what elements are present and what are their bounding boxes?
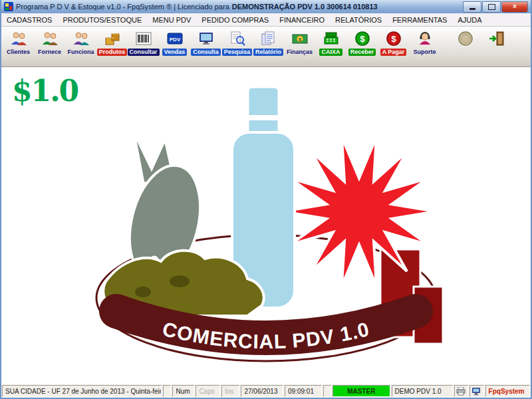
menu-bar: CADASTROS PRODUTOS/ESTOQUE MENU PDV PEDI… — [1, 13, 531, 27]
minimize-button[interactable] — [463, 1, 481, 13]
toolbar-exit-button[interactable] — [481, 27, 512, 63]
status-location: SUA CIDADE - UF 27 de Junho de 2013 - Qu… — [2, 385, 162, 397]
toolbar-caixa-button[interactable]: CAIXA — [315, 27, 346, 63]
status-brand: FpqSystem — [485, 385, 530, 397]
window-title-license: DEMONSTRAÇÃO PDV 1.0 300614 010813 — [232, 3, 378, 11]
suppliers-people-icon — [41, 30, 59, 47]
toolbar-produtos-button[interactable]: Produtos — [96, 27, 128, 63]
menu-relatorios[interactable]: RELATÓRIOS — [330, 15, 387, 25]
svg-text:$: $ — [360, 34, 365, 44]
toolbar-suporte-label: Suporte — [411, 49, 438, 56]
monitor-icon — [198, 30, 215, 47]
printer-icon — [456, 387, 466, 396]
search-doc-icon — [229, 30, 246, 47]
finance-money-icon: $ — [291, 30, 309, 47]
status-spacer-1 — [163, 385, 171, 397]
maximize-button[interactable] — [482, 1, 501, 13]
menu-ferramentas[interactable]: FERRAMENTAS — [387, 15, 452, 25]
status-num-lock: Num — [172, 385, 194, 397]
toolbar: Clientes Fornece Funciona Produtos — [1, 27, 531, 67]
toolbar-pdv-vendas-button[interactable]: PDV Vendas — [159, 27, 190, 63]
toolbar-pesquisa-button[interactable]: Pesquisa — [221, 27, 253, 63]
status-app-name: DEMO PDV 1.0 — [392, 385, 453, 397]
status-computer-segment[interactable] — [469, 385, 483, 397]
toolbar-vendas-label: Vendas — [162, 49, 188, 56]
toolbar-receber-button[interactable]: $ Receber — [346, 27, 378, 63]
status-bar: SUA CIDADE - UF 27 de Junho de 2013 - Qu… — [1, 384, 531, 398]
toolbar-funciona-label: Funciona — [66, 49, 96, 56]
status-printer-segment[interactable] — [454, 385, 468, 397]
close-button[interactable]: × — [501, 1, 528, 13]
toolbar-fornece-label: Fornece — [36, 49, 63, 56]
employees-people-icon — [72, 30, 90, 47]
cash-register-icon — [323, 30, 340, 47]
toolbar-coin-button[interactable] — [450, 27, 481, 63]
pay-coin-icon: $ — [385, 30, 402, 47]
app-icon — [4, 2, 13, 11]
menu-produtos-estoque[interactable]: PRODUTOS/ESTOQUE — [57, 15, 147, 25]
minimize-icon — [469, 8, 475, 10]
toolbar-caixa-label: CAIXA — [319, 49, 342, 56]
toolbar-a-pagar-label: A Pagar — [380, 49, 407, 56]
main-area: $1.0 — [1, 67, 531, 384]
status-user: MASTER — [332, 385, 390, 397]
menu-menu-pdv[interactable]: MENU PDV — [147, 15, 196, 25]
svg-text:PDV: PDV — [169, 37, 180, 43]
toolbar-clientes-label: Clientes — [5, 49, 32, 56]
status-insert: Ins — [221, 385, 239, 397]
coin-icon — [457, 30, 474, 47]
menu-cadastros[interactable]: CADASTROS — [1, 15, 57, 25]
comercial-pdv-logo: COMERCIAL PDV 1.0 — [80, 82, 452, 374]
toolbar-consulta-label: Consulta — [191, 49, 221, 56]
svg-text:$: $ — [391, 34, 396, 44]
barcode-icon — [135, 30, 152, 47]
toolbar-financas-button[interactable]: $ Finanças — [284, 27, 315, 63]
toolbar-pesquisa-label: Pesquisa — [222, 49, 253, 56]
toolbar-clientes-button[interactable]: Clientes — [3, 27, 34, 63]
status-spacer-2 — [323, 385, 331, 397]
report-icon — [260, 30, 277, 47]
receive-coin-icon: $ — [354, 30, 371, 47]
toolbar-consultar-label: Consultar — [128, 49, 160, 56]
maximize-icon — [488, 4, 495, 10]
svg-text:$: $ — [298, 37, 301, 43]
pdv-icon: PDV — [166, 30, 184, 47]
toolbar-relatorio-label: Relatório — [253, 49, 283, 56]
menu-pedido-compras[interactable]: PEDIDO COMPRAS — [196, 15, 274, 25]
toolbar-a-pagar-button[interactable]: $ A Pagar — [378, 27, 409, 63]
computer-icon — [471, 387, 481, 396]
title-bar: Programa P D V & Estoque v1.0 - FpqSyste… — [1, 0, 531, 13]
toolbar-relatorio-button[interactable]: Relatório — [253, 27, 284, 63]
menu-financeiro[interactable]: FINANCEIRO — [274, 15, 330, 25]
status-date: 27/06/2013 — [241, 385, 283, 397]
status-time: 09:09:01 — [285, 385, 322, 397]
app-window: Programa P D V & Estoque v1.0 - FpqSyste… — [0, 0, 532, 399]
toolbar-consulta-button[interactable]: Consulta — [190, 27, 221, 63]
toolbar-consultar-button[interactable]: Consultar — [128, 27, 159, 63]
clients-people-icon — [10, 30, 27, 47]
version-badge: $1.0 — [12, 74, 78, 108]
toolbar-funciona-button[interactable]: Funciona — [65, 27, 96, 63]
support-icon — [416, 30, 434, 47]
toolbar-financas-label: Finanças — [285, 49, 315, 56]
menu-ajuda[interactable]: AJUDA — [452, 15, 487, 25]
toolbar-receber-label: Receber — [348, 49, 376, 56]
window-title: Programa P D V & Estoque v1.0 - FpqSyste… — [16, 3, 229, 11]
toolbar-fornece-button[interactable]: Fornece — [34, 27, 65, 63]
products-boxes-icon — [104, 30, 121, 47]
status-caps-lock: Caps — [196, 385, 220, 397]
exit-door-icon — [488, 30, 505, 47]
toolbar-produtos-label: Produtos — [97, 49, 128, 56]
toolbar-suporte-button[interactable]: Suporte — [409, 27, 440, 63]
